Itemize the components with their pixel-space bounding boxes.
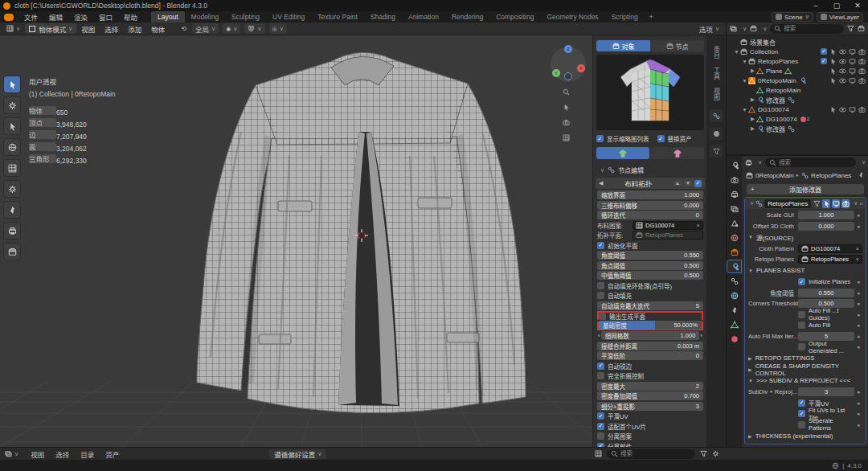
- snap-toggle[interactable]: ∨: [244, 23, 264, 34]
- workspace-tab-modeling[interactable]: Modeling: [185, 11, 226, 23]
- exclude-checkbox[interactable]: ✓: [821, 58, 827, 64]
- workspace-tab-shading[interactable]: Shading: [364, 11, 402, 23]
- properties-tab-world[interactable]: [727, 231, 741, 244]
- workspace-tab-rendering[interactable]: Rendering: [445, 11, 489, 23]
- asset-menu-0[interactable]: 视图: [25, 449, 50, 459]
- checkbox-Seperate Patterns[interactable]: [798, 421, 805, 428]
- modifier-realtime-toggle[interactable]: [832, 199, 840, 208]
- animate-dot[interactable]: ●: [854, 400, 862, 406]
- checkbox-初始化平面[interactable]: ✓: [597, 242, 604, 249]
- checkbox-自动填充[interactable]: [597, 292, 604, 299]
- checkbox-输出生成平面[interactable]: [599, 313, 606, 320]
- addon-tab-icon-1[interactable]: [710, 109, 723, 122]
- outliner-search[interactable]: [770, 24, 844, 34]
- view-layer-selector[interactable]: ViewLayer: [817, 12, 863, 22]
- close-modifier-icon[interactable]: ×: [859, 200, 863, 207]
- tool-move[interactable]: [3, 117, 21, 135]
- modifier-filter-toggle[interactable]: [813, 199, 821, 208]
- section-源(SOURCE)[interactable]: ▼源(SOURCE): [748, 232, 862, 242]
- outliner-row-RetopoPlanes[interactable]: ▼RetopoPlanes✓: [727, 56, 868, 66]
- workspace-tab-texture-paint[interactable]: Texture Paint: [311, 11, 364, 23]
- panel-enable-checkbox[interactable]: ✓: [694, 180, 702, 187]
- id-field-布料图案[interactable]: DG100074×: [633, 221, 703, 230]
- navigation-gizmo[interactable]: Z X Y: [551, 47, 586, 82]
- animate-dot[interactable]: ●: [854, 389, 862, 395]
- modifier-editmode-toggle[interactable]: [822, 199, 830, 208]
- addon-tab-icon-2[interactable]: [710, 127, 723, 140]
- disclosure-icon[interactable]: ▼: [741, 107, 748, 113]
- slider-循环迭代[interactable]: 循环迭代0: [597, 211, 703, 219]
- tool-rotate[interactable]: [3, 138, 21, 156]
- properties-tab-view-layer[interactable]: [727, 203, 741, 215]
- workspace-tab-compositing[interactable]: Compositing: [489, 11, 540, 23]
- slider-自动填充最大迭代[interactable]: 自动填充最大迭代5: [597, 301, 703, 310]
- outliner-row-修改器[interactable]: ▶修改器: [727, 95, 868, 104]
- disable-viewport-icon[interactable]: [849, 68, 856, 75]
- viewport-menu-1[interactable]: 选择: [100, 24, 123, 34]
- id-field-Retopo Planes[interactable]: RetopoPlanes×: [798, 255, 862, 264]
- disclosure-icon[interactable]: ▶: [749, 68, 756, 74]
- outliner-row-修改器[interactable]: ▶修改器: [727, 124, 868, 133]
- move-down-button[interactable]: ▼: [684, 181, 692, 186]
- checkbox-适配首个UV片[interactable]: ✓: [597, 423, 604, 430]
- slider-缩放界面[interactable]: 缩放界面1.000: [597, 190, 703, 199]
- asset-variant-button-1[interactable]: [596, 147, 649, 159]
- slider-细分+重投影[interactable]: 细分+重投影3: [597, 402, 703, 411]
- pan-hand-icon[interactable]: [563, 104, 570, 111]
- tool-annotate[interactable]: [3, 201, 21, 219]
- slider-平滑低阶[interactable]: 平滑低阶0: [597, 351, 703, 360]
- app-menu-0[interactable]: 文件: [18, 12, 43, 22]
- checkbox-平滑UV[interactable]: ✓: [798, 399, 805, 407]
- add-modifier-button[interactable]: + 添加修改器: [747, 184, 864, 195]
- selectable-icon[interactable]: [829, 68, 837, 75]
- slider-Offset 3D Cloth[interactable]: 0.000: [798, 222, 854, 231]
- editor-type-icon[interactable]: [6, 25, 14, 32]
- outliner-row-DG100074[interactable]: ▶DG1000742: [727, 114, 868, 124]
- disclosure-icon[interactable]: ▼: [741, 78, 748, 84]
- add-workspace-button[interactable]: +: [645, 13, 658, 21]
- properties-tab-constraints[interactable]: [727, 304, 741, 316]
- workspace-tab-sculpting[interactable]: Sculpting: [225, 11, 266, 23]
- maximize-button[interactable]: ▢: [826, 2, 847, 10]
- properties-tab-physics[interactable]: [727, 289, 741, 301]
- checkbox-平滑UV[interactable]: ✓: [597, 412, 604, 420]
- animate-dot[interactable]: ●: [854, 422, 862, 428]
- slider-Corners Threshold[interactable]: 0.500: [798, 299, 854, 308]
- animate-dot[interactable]: ●: [854, 312, 862, 317]
- tool-cursor[interactable]: [3, 96, 21, 114]
- disable-render-icon[interactable]: [858, 77, 866, 84]
- properties-search[interactable]: [765, 158, 856, 167]
- animate-dot[interactable]: ●: [854, 334, 862, 339]
- zoom-icon[interactable]: [563, 88, 570, 96]
- sidebar-vtab-2[interactable]: 视图: [710, 84, 723, 104]
- checkbox-Fit UVs to 1st Tile[interactable]: ✓: [798, 410, 805, 417]
- hide-viewport-icon[interactable]: [839, 48, 846, 55]
- selectable-icon[interactable]: [829, 106, 837, 113]
- filter-icon[interactable]: [700, 450, 707, 457]
- minimize-button[interactable]: –: [805, 2, 826, 10]
- slider-角度阈值[interactable]: 0.550: [798, 289, 854, 297]
- cloth-topology-panel-header[interactable]: ◀ 布料拓扑 ▲ ▼ ✓: [596, 178, 705, 189]
- properties-search-input[interactable]: [779, 159, 852, 166]
- selectable-icon[interactable]: [829, 48, 837, 55]
- viewport-menu-0[interactable]: 视图: [76, 24, 100, 34]
- 3d-viewport[interactable]: 用户透视 (1) Collection | 0RetopoMain 物体650顶…: [0, 35, 592, 447]
- slider-Scale GUI[interactable]: 1.000: [798, 211, 854, 219]
- selectable-icon[interactable]: [829, 58, 837, 65]
- slider-密度叠加阈值[interactable]: 密度叠加阈值0.700: [597, 391, 703, 400]
- animate-dot[interactable]: ●: [854, 301, 862, 306]
- disclosure-icon[interactable]: ▶: [749, 116, 756, 122]
- outliner-row-场景集合[interactable]: 场景集合: [727, 37, 868, 47]
- animate-dot[interactable]: ●: [854, 344, 862, 350]
- properties-tab-output[interactable]: [727, 188, 741, 200]
- section->>> SUBDIV & REPROJECT <<<[interactable]: ▼>>> SUBDIV & REPROJECT <<<: [748, 376, 862, 386]
- workspace-tab-scripting[interactable]: Scripting: [605, 11, 645, 23]
- properties-tab-modifiers[interactable]: [727, 260, 741, 272]
- asset-browser-editor-icon[interactable]: [5, 450, 12, 457]
- increment-arrow[interactable]: ›: [699, 332, 703, 339]
- disable-render-icon[interactable]: [858, 58, 866, 65]
- disclosure-icon[interactable]: ▶: [749, 96, 756, 103]
- checkbox-完全折痕控制[interactable]: [597, 372, 604, 379]
- app-menu-4[interactable]: 帮助: [118, 12, 143, 22]
- app-menu-3[interactable]: 窗口: [93, 12, 118, 22]
